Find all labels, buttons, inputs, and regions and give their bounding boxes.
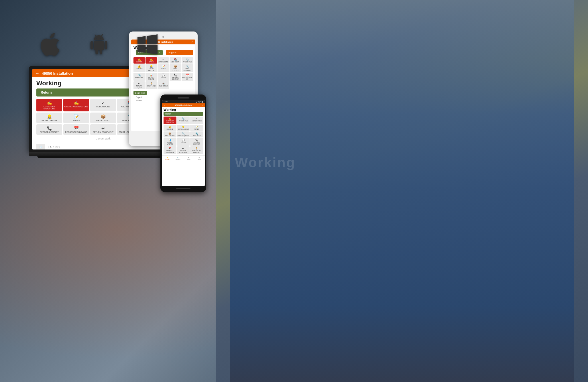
phone-btn-project-update[interactable]: 📊 PROJECT UPDATE	[164, 138, 176, 146]
tablet-btn-extra-labour[interactable]: 👷 EXTRA LABOUR	[145, 64, 157, 72]
phone-btn-part-used[interactable]: 🔩 PART USED	[190, 131, 203, 137]
phone-btn-cust-sig[interactable]: ✍ CUSTOMER SIGNATURE	[164, 117, 176, 124]
p-part-col-icon: 📦	[164, 132, 176, 135]
phone-btn-action-done[interactable]: ✓ ACTION DONE	[190, 117, 203, 124]
p-action-icon: ✓	[191, 117, 202, 120]
phone-status-bar: 12:29 ▲ WiFi ▊	[162, 100, 205, 103]
tablet-btn-part-collect[interactable]: 📦 PART COLLECT	[170, 64, 181, 72]
laptop-btn-extra-labour[interactable]: 👷 EXTRA LABOUR	[36, 113, 62, 123]
tablet-btn-cust-sig[interactable]: ✍ CUST SIG	[133, 57, 145, 64]
tablet-btn-quote[interactable]: 💬 QUOTE	[158, 73, 169, 81]
t-action-icon: ✓	[158, 58, 168, 61]
p-exp-icon: 💰	[164, 126, 176, 128]
laptop-btn-customer-sig[interactable]: ✍ CUSTOMER SIGNATURE	[36, 99, 62, 111]
action-done-icon: ✓	[91, 101, 115, 105]
main-working-label: Working	[235, 155, 296, 170]
phone-working-title: Working	[162, 107, 205, 112]
t-part-used-icon: 🔩	[134, 74, 144, 76]
phone-btn-quote[interactable]: 💬 QUOTE	[177, 138, 190, 146]
t-attach-icon: 📎	[182, 58, 192, 61]
t-lone-icon: 🚶	[146, 82, 156, 85]
phone-action-grid: ✍ CUSTOMER SIGNATURE 📎 ATTACH FILE ✓ ACT…	[162, 117, 205, 154]
tablet-support-button[interactable]: Support	[166, 50, 193, 55]
p-ret-icon: ↩	[178, 147, 189, 150]
tablet-btn-op-sig[interactable]: ✍ OP SIG	[145, 57, 157, 64]
phone-btn-record-contact[interactable]: 📞 RECORD CONTACT	[190, 138, 203, 146]
p-lone-icon: 🚶	[191, 147, 202, 150]
tablet-camera	[162, 36, 164, 38]
phone-nav-activity-label: Activity	[165, 158, 170, 160]
phone-btn-part-collect[interactable]: 📦 PART COLLECT	[164, 131, 176, 137]
expense-icon: 🧾	[36, 144, 45, 149]
tablet-header-check-icon: ✓	[191, 41, 193, 43]
tablet-btn-notes[interactable]: 📝 NOTES	[158, 64, 169, 72]
laptop-btn-notes[interactable]: 📝 NOTES	[63, 113, 89, 123]
p-project-icon: 📊	[164, 139, 176, 141]
tablet-btn-project-update[interactable]: 📊 PROJECT UPDATE	[145, 73, 157, 81]
phone-screen: 12:29 ▲ WiFi ▊ ← 49856 Installation ✓ Wo…	[162, 100, 205, 186]
t-rec-icon: 📞	[170, 74, 180, 76]
tablet-btn-action-done[interactable]: ✓ ACTION DONE	[158, 57, 169, 64]
phone-btn-return-equip[interactable]: ↩ RETURN EQUIPMENT	[177, 146, 190, 154]
phone-btn-extra-labour[interactable]: 👷 EXTRA LABOUR	[177, 125, 190, 131]
tablet-btn-attach-file[interactable]: 📎 ATTACH FILE	[182, 57, 193, 64]
p-part-used-icon: 🔩	[191, 132, 202, 135]
t-quote-icon: 💬	[158, 74, 168, 76]
laptop-btn-record-contact[interactable]: 📞 RECORD CONTACT	[36, 124, 62, 135]
laptop-btn-operative-sig-label: OPERATIVE SIGNATURE	[64, 106, 88, 108]
laptop-btn-action-done[interactable]: ✓ ACTION DONE	[90, 99, 116, 111]
laptop-btn-customer-sig-label: CUSTOMER SIGNATURE	[38, 106, 61, 110]
tablet-btn-take-break[interactable]: ☕ TAKE BREAK	[158, 81, 169, 89]
notes-icon: 📝	[64, 114, 88, 119]
tablet-btn-expense[interactable]: 💰 EXPENSE	[133, 64, 145, 72]
tablet-btn-record-contact[interactable]: 📞 RECORD CONTACT	[170, 73, 181, 81]
phone-home-bar[interactable]	[176, 188, 190, 189]
phone-time: 12:29	[164, 101, 168, 103]
tablet-btn-start-lone[interactable]: 🚶 START LONE	[145, 81, 157, 89]
t-op-icon: ✍	[146, 58, 156, 61]
tablet-btn-part-used[interactable]: 🔩 PART USED	[133, 73, 145, 81]
t-part-req-icon: 🔧	[182, 65, 192, 68]
phone-btn-part-req[interactable]: 🔧 PART REQUIRED	[177, 131, 190, 137]
phone-nav-more[interactable]: ••• More	[194, 157, 205, 160]
tablet-begin-work-button[interactable]: Begin work	[133, 91, 147, 95]
phone-nav-activity[interactable]: ⚡ Activity	[162, 157, 173, 160]
tablet-btn-req-followup[interactable]: 📅 REQ FOLLOW-UP	[182, 73, 193, 81]
phone-header-check-icon: ✓	[202, 104, 203, 106]
laptop-foot	[37, 156, 169, 158]
tablet-action-grid: ✍ CUST SIG ✍ OP SIG ✓ ACTION DONE 📚 ADD …	[131, 57, 195, 89]
tablet-btn-part-req[interactable]: 🔧 PART REQUIRED	[182, 64, 193, 72]
laptop-btn-request-followup[interactable]: 📅 REQUEST FOLLOW-UP	[63, 124, 89, 135]
p-lab-icon: 👷	[178, 126, 189, 128]
phone-nav-tools[interactable]: 🛠 Tools	[183, 157, 194, 160]
laptop-btn-part-collect[interactable]: 📦 PART COLLECT	[90, 113, 116, 123]
laptop-btn-part-collect-label: PART COLLECT	[91, 119, 115, 121]
p-rec-icon: 📞	[191, 139, 202, 141]
tablet-btn-add-know[interactable]: 📚 ADD KNOW	[170, 57, 181, 64]
laptop-btn-return-equipment[interactable]: ↩ RETURN EQUIPMENT	[90, 124, 116, 135]
apple-icon	[37, 31, 63, 57]
phone-btn-start-lone[interactable]: 🚶 START LONE WORKING	[190, 146, 203, 154]
phone-bottom-nav: ⚡ Activity 🔧 Service 🛠 Tools ••• More	[162, 155, 205, 161]
laptop-btn-operative-sig[interactable]: ✍ OPERATIVE SIGNATURE	[63, 99, 89, 111]
phone-mockup: 12:29 ▲ WiFi ▊ ← 49856 Installation ✓ Wo…	[160, 94, 206, 192]
t-part-col-icon: 📦	[170, 65, 180, 68]
t-break-icon: ☕	[158, 82, 168, 85]
phone-return-arrow: →	[199, 113, 201, 115]
phone-btn-req-followup[interactable]: 📅 REQUEST FOLLOW-UP	[164, 146, 176, 154]
phone-nav-service[interactable]: 🔧 Service	[173, 157, 184, 160]
tablet-btn-return-equip[interactable]: ↩ RETURN EQUIP	[133, 81, 145, 89]
t-lab-icon: 👷	[146, 65, 156, 68]
t-sig-icon: ✍	[134, 58, 144, 61]
operative-sig-icon: ✍	[64, 101, 88, 105]
p-quote-icon: 💬	[178, 139, 189, 141]
record-contact-icon: 📞	[38, 126, 61, 131]
laptop-btn-notes-label: NOTES	[64, 119, 88, 121]
phone-btn-expense[interactable]: 💰 EXPENSE	[164, 125, 176, 131]
phone-btn-notes[interactable]: 📝 NOTES	[190, 125, 203, 131]
platform-icons-group	[37, 31, 160, 57]
t-notes-icon: 📝	[158, 65, 168, 68]
p-sig-icon: ✍	[164, 117, 176, 120]
phone-return-button[interactable]: Return →	[164, 112, 203, 116]
phone-btn-attach[interactable]: 📎 ATTACH FILE	[177, 117, 190, 124]
